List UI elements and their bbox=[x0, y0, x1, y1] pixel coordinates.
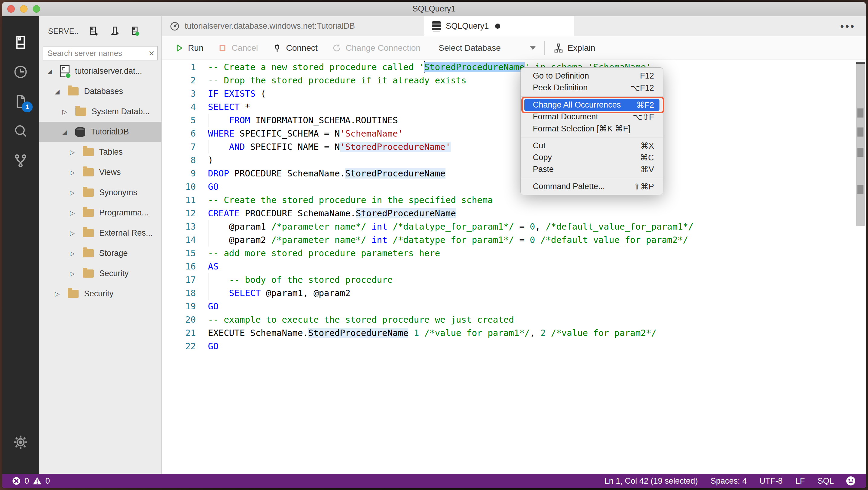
menu-item-format-document[interactable]: Format Document⌥⇧F bbox=[524, 111, 659, 123]
chevron-expanded-icon[interactable]: ◢ bbox=[45, 68, 54, 75]
chevron-collapsed-icon[interactable]: ▷ bbox=[68, 250, 76, 257]
clear-search-icon[interactable]: × bbox=[149, 48, 154, 58]
folder-icon bbox=[83, 148, 94, 156]
statusbar-item-ln-1-col-42-19-selected[interactable]: Ln 1, Col 42 (19 selected) bbox=[604, 477, 698, 486]
code-line-9[interactable]: 9DROP PROCEDURE SchemaName.StoredProcedu… bbox=[162, 167, 854, 180]
tree-item-security[interactable]: ▷Security bbox=[39, 284, 161, 304]
code-line-16[interactable]: 16AS bbox=[162, 260, 854, 273]
code-area[interactable]: 1-- Create a new stored procedure called… bbox=[162, 60, 854, 474]
menu-item-command-palette[interactable]: Command Palette...⇧⌘P bbox=[524, 181, 659, 192]
menu-item-go-to-definition[interactable]: Go to DefinitionF12 bbox=[524, 70, 659, 82]
menu-item-shortcut: ⇧⌘P bbox=[624, 182, 654, 192]
cancel-button[interactable]: Cancel bbox=[217, 43, 258, 53]
new-server-group-icon[interactable] bbox=[109, 26, 120, 37]
code-line-5[interactable]: 5 FROM INFORMATION_SCHEMA.ROUTINES bbox=[162, 113, 854, 127]
code-line-10[interactable]: 10GO bbox=[162, 180, 854, 193]
statusbar-item-utf-8[interactable]: UTF-8 bbox=[760, 477, 783, 486]
menu-item-peek-definition[interactable]: Peek Definition⌥F12 bbox=[524, 82, 659, 94]
line-number: 9 bbox=[162, 167, 196, 180]
tree-item-databases[interactable]: ◢Databases bbox=[39, 81, 161, 101]
menu-item-change-all-occurrences[interactable]: Change All Occurrences⌘F2 bbox=[524, 99, 659, 111]
code-text: -- body of the stored procedure bbox=[208, 273, 393, 286]
code-line-12[interactable]: 12CREATE PROCEDURE SchemaName.StoredProc… bbox=[162, 207, 854, 220]
line-number: 6 bbox=[162, 127, 196, 140]
tree-item-security[interactable]: ▷Security bbox=[39, 263, 161, 284]
code-line-19[interactable]: 19GO bbox=[162, 300, 854, 313]
statusbar-item-lf[interactable]: LF bbox=[795, 477, 805, 486]
tab-sqlquery1[interactable]: SQLQuery1 bbox=[424, 16, 574, 36]
code-token: , bbox=[535, 222, 546, 232]
new-connection-icon[interactable] bbox=[88, 26, 99, 37]
tree-item-programma[interactable]: ▷Programma... bbox=[39, 203, 161, 223]
error-count: 0 bbox=[25, 477, 29, 486]
code-line-1[interactable]: 1-- Create a new stored procedure called… bbox=[162, 60, 854, 74]
gear-icon bbox=[13, 434, 28, 450]
code-line-4[interactable]: 4SELECT * bbox=[162, 100, 854, 113]
chevron-collapsed-icon[interactable]: ▷ bbox=[68, 169, 76, 176]
scrollbar-slider[interactable] bbox=[856, 62, 865, 226]
code-line-15[interactable]: 15-- add more stored procedure parameter… bbox=[162, 247, 854, 260]
code-line-22[interactable]: 22GO bbox=[162, 339, 854, 353]
tree-item-views[interactable]: ▷Views bbox=[39, 162, 161, 183]
chevron-collapsed-icon[interactable]: ▷ bbox=[61, 108, 69, 116]
statusbar-item-sql[interactable]: SQL bbox=[817, 477, 834, 486]
tree-item-external-res[interactable]: ▷External Res... bbox=[39, 223, 161, 243]
activity-search-icon[interactable] bbox=[12, 123, 29, 139]
chevron-expanded-icon[interactable]: ◢ bbox=[61, 128, 69, 136]
code-token: -- Create the stored procedure in the sp… bbox=[208, 195, 493, 205]
indent-guide bbox=[209, 273, 209, 286]
tree-item-tutorialdb[interactable]: ◢TutorialDB bbox=[39, 122, 161, 142]
code-token: INFORMATION_SCHEMA.ROUTINES bbox=[250, 115, 398, 125]
code-line-8[interactable]: 8) bbox=[162, 154, 854, 167]
run-button[interactable]: Run bbox=[174, 43, 204, 53]
code-line-3[interactable]: 3IF EXISTS ( bbox=[162, 87, 854, 100]
chevron-collapsed-icon[interactable]: ▷ bbox=[68, 230, 76, 237]
code-line-11[interactable]: 11-- Create the stored procedure in the … bbox=[162, 193, 854, 207]
code-token: @param1, @param2 bbox=[261, 288, 350, 298]
activity-source-control-icon[interactable] bbox=[12, 152, 29, 169]
search-input[interactable] bbox=[48, 48, 149, 58]
tree-item-synonyms[interactable]: ▷Synonyms bbox=[39, 183, 161, 203]
chevron-collapsed-icon[interactable]: ▷ bbox=[68, 149, 76, 156]
tree-item-tables[interactable]: ▷Tables bbox=[39, 142, 161, 162]
code-line-13[interactable]: 13 @param1 /*parameter name*/ int /*data… bbox=[162, 220, 854, 233]
code-line-2[interactable]: 2-- Drop the stored procedure if it alre… bbox=[162, 74, 854, 87]
statusbar-item-spaces-4[interactable]: Spaces: 4 bbox=[711, 477, 747, 486]
activity-notebooks-icon[interactable]: 1 bbox=[12, 93, 29, 110]
activity-servers-icon[interactable] bbox=[12, 34, 29, 51]
settings-gear-icon[interactable] bbox=[12, 434, 29, 451]
line-number: 21 bbox=[162, 326, 196, 339]
code-line-14[interactable]: 14 @param2 /*parameter name*/ int /*data… bbox=[162, 233, 854, 247]
tree-item-tutorialserver-dat[interactable]: ◢tutorialserver.dat... bbox=[39, 61, 161, 81]
code-line-6[interactable]: 6WHERE SPECIFIC_SCHEMA = N'SchemaName' bbox=[162, 127, 854, 140]
change-connection-button[interactable]: Change Connection bbox=[332, 43, 421, 53]
problems-indicator[interactable]: 0 0 bbox=[12, 477, 50, 486]
select-database-dropdown[interactable]: Select Database bbox=[438, 43, 535, 53]
chevron-collapsed-icon[interactable]: ▷ bbox=[68, 270, 76, 277]
tree-item-system-datab[interactable]: ▷System Datab... bbox=[39, 101, 161, 122]
chevron-expanded-icon[interactable]: ◢ bbox=[53, 88, 61, 95]
activity-task-history-icon[interactable] bbox=[12, 63, 29, 80]
code-line-18[interactable]: 18 SELECT @param1, @param2 bbox=[162, 286, 854, 300]
tree-item-storage[interactable]: ▷Storage bbox=[39, 243, 161, 263]
line-number: 8 bbox=[162, 154, 196, 167]
chevron-collapsed-icon[interactable]: ▷ bbox=[68, 189, 76, 196]
feedback-smiley-icon[interactable] bbox=[845, 476, 856, 486]
connect-button[interactable]: Connect bbox=[272, 43, 318, 53]
menu-item-cut[interactable]: Cut⌘X bbox=[524, 140, 659, 152]
tab-connection-dashboard[interactable]: tutorialserver.database.windows.net:Tuto… bbox=[162, 16, 424, 36]
code-line-20[interactable]: 20-- example to execute the stored proce… bbox=[162, 313, 854, 326]
run-icon bbox=[174, 43, 184, 53]
code-line-21[interactable]: 21EXECUTE SchemaName.StoredProcedureName… bbox=[162, 326, 854, 339]
menu-item-paste[interactable]: Paste⌘V bbox=[524, 163, 659, 175]
code-line-7[interactable]: 7 AND SPECIFIC_NAME = N'StoredProcedureN… bbox=[162, 140, 854, 154]
chevron-collapsed-icon[interactable]: ▷ bbox=[53, 290, 61, 298]
git-branch-icon bbox=[13, 153, 28, 169]
explain-button[interactable]: Explain bbox=[553, 43, 595, 53]
line-number: 11 bbox=[162, 193, 196, 207]
active-connections-icon[interactable] bbox=[130, 26, 141, 37]
chevron-collapsed-icon[interactable]: ▷ bbox=[68, 209, 76, 217]
menu-item-format-selection-k-f[interactable]: Format Selection [⌘K ⌘F] bbox=[524, 123, 659, 134]
code-line-17[interactable]: 17 -- body of the stored procedure bbox=[162, 273, 854, 286]
menu-item-copy[interactable]: Copy⌘C bbox=[524, 152, 659, 163]
